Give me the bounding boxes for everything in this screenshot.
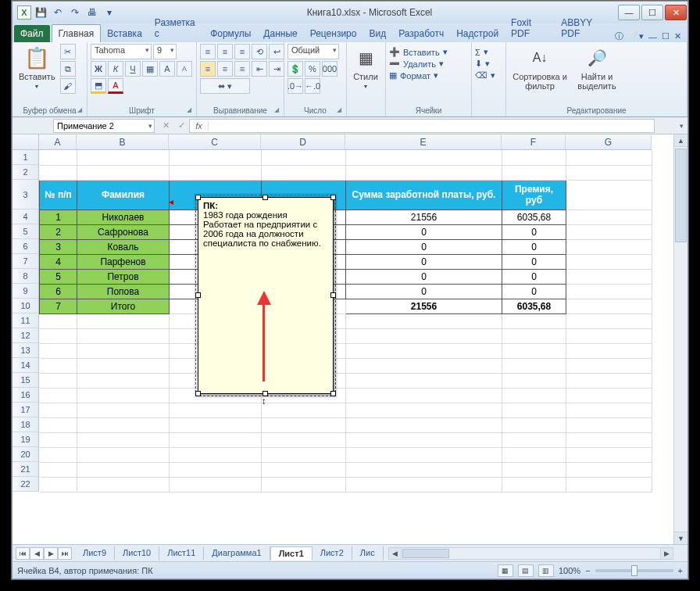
cell[interactable]: Фамилия — [77, 180, 170, 210]
col-header-C[interactable]: C — [169, 134, 261, 149]
cell[interactable] — [566, 180, 652, 210]
row-header-7[interactable]: 7 — [12, 254, 38, 269]
cell[interactable] — [566, 358, 652, 373]
mdi-close-icon[interactable]: ✕ — [674, 31, 681, 41]
cell[interactable]: 1 — [40, 210, 77, 224]
cell[interactable] — [566, 373, 652, 388]
row-header-16[interactable]: 16 — [12, 388, 38, 403]
tab-data[interactable]: Данные — [257, 25, 303, 42]
tab-developer[interactable]: Разработч — [392, 25, 450, 42]
autosum-button[interactable]: Σ▾ — [475, 47, 488, 57]
scroll-down-icon[interactable]: ▼ — [674, 532, 688, 544]
cell[interactable] — [77, 373, 170, 388]
col-header-A[interactable]: A — [39, 134, 77, 149]
cell[interactable] — [566, 388, 652, 403]
cell[interactable] — [262, 150, 346, 165]
cell[interactable] — [502, 388, 566, 403]
dec-decimal-icon[interactable]: ←.0 — [305, 78, 320, 94]
cell[interactable]: 0 — [346, 269, 502, 284]
col-header-E[interactable]: E — [345, 134, 502, 149]
row-header-14[interactable]: 14 — [12, 358, 38, 373]
view-layout-icon[interactable]: ▤ — [518, 564, 534, 577]
cell[interactable] — [566, 224, 652, 239]
align-center-icon[interactable]: ≡ — [217, 61, 233, 77]
cell[interactable] — [346, 432, 502, 447]
resize-handle-icon[interactable]: ↕ — [262, 396, 270, 404]
font-name-combo[interactable]: Tahoma — [91, 44, 152, 59]
cell[interactable] — [40, 313, 77, 328]
cell[interactable] — [170, 417, 262, 432]
cell[interactable] — [502, 373, 566, 388]
cell[interactable] — [77, 432, 170, 447]
qat-save-icon[interactable]: 💾 — [33, 5, 48, 20]
row-header-19[interactable]: 19 — [12, 432, 38, 447]
cell[interactable]: 3 — [40, 239, 77, 254]
row-header-18[interactable]: 18 — [12, 417, 38, 432]
cell[interactable] — [502, 403, 566, 417]
qat-customize-icon[interactable]: ▾ — [102, 5, 117, 20]
font-size-combo[interactable]: 9 — [153, 44, 177, 59]
tab-nav-prev-icon[interactable]: ◀ — [30, 547, 44, 560]
cell[interactable] — [170, 165, 262, 180]
worksheet-grid[interactable]: ABCDEFG 12345678910111213141516171819202… — [12, 134, 688, 544]
find-select-button[interactable]: 🔎 Найти и выделить — [570, 44, 623, 92]
cell[interactable] — [566, 313, 652, 328]
cell[interactable] — [170, 462, 262, 477]
cell[interactable] — [40, 373, 77, 388]
cells-format-button[interactable]: ▦Формат ▾ — [389, 70, 438, 81]
cell[interactable] — [566, 269, 652, 284]
cell[interactable] — [346, 447, 502, 462]
zoom-in-icon[interactable]: + — [678, 566, 683, 575]
row-header-3[interactable]: 3 — [12, 180, 38, 210]
cut-icon[interactable]: ✂ — [60, 44, 76, 59]
scroll-up-icon[interactable]: ▲ — [674, 134, 688, 147]
row-header-20[interactable]: 20 — [12, 447, 38, 462]
cell[interactable]: 0 — [502, 239, 566, 254]
formula-input[interactable]: fx — [189, 119, 655, 133]
cell[interactable] — [346, 477, 502, 492]
cell[interactable] — [40, 388, 77, 403]
cell[interactable] — [566, 447, 652, 462]
mdi-min-icon[interactable]: — — [648, 32, 657, 41]
row-header-1[interactable]: 1 — [12, 150, 38, 165]
cell[interactable]: 4 — [40, 254, 77, 269]
sheet-tab[interactable]: Диаграмма1 — [204, 546, 270, 561]
tab-foxit[interactable]: Foxit PDF — [505, 14, 555, 42]
cell[interactable] — [40, 165, 77, 180]
cell[interactable]: Сумма заработной платы, руб. — [346, 180, 502, 210]
cell[interactable] — [566, 239, 652, 254]
tab-abbyy[interactable]: ABBYY PDF — [555, 14, 615, 42]
cell[interactable] — [40, 328, 77, 343]
fill-color-button[interactable]: ⬒ — [91, 78, 106, 94]
cell[interactable] — [40, 432, 77, 447]
tab-file[interactable]: Файл — [14, 25, 50, 42]
cell[interactable] — [566, 328, 652, 343]
cell[interactable]: № п/п — [40, 180, 77, 210]
cell[interactable]: Сафронова — [77, 224, 170, 239]
maximize-button[interactable]: ☐ — [641, 5, 663, 20]
zoom-level[interactable]: 100% — [559, 566, 580, 575]
cell[interactable]: 21556 — [346, 210, 502, 224]
cell[interactable] — [566, 210, 652, 224]
merge-button[interactable]: ⬌ ▾ — [200, 78, 250, 94]
cell[interactable] — [40, 417, 77, 432]
col-header-B[interactable]: B — [77, 134, 169, 149]
cell[interactable] — [502, 432, 566, 447]
sheet-tab[interactable]: Лист1 — [270, 546, 312, 561]
cell[interactable] — [262, 403, 346, 417]
cell[interactable]: 0 — [502, 284, 566, 299]
cell[interactable] — [566, 254, 652, 269]
cells-delete-button[interactable]: ➖Удалить ▾ — [389, 59, 444, 69]
cell[interactable] — [77, 417, 170, 432]
row-header-12[interactable]: 12 — [12, 328, 38, 343]
cell[interactable] — [170, 432, 262, 447]
cell[interactable] — [502, 462, 566, 477]
cell[interactable] — [502, 343, 566, 358]
qat-print-icon[interactable]: 🖶 — [84, 5, 100, 20]
cell[interactable] — [40, 150, 77, 165]
row-header-22[interactable]: 22 — [12, 477, 38, 492]
row-header-5[interactable]: 5 — [12, 224, 38, 239]
cell[interactable] — [566, 432, 652, 447]
cell[interactable] — [502, 417, 566, 432]
cell[interactable]: 21556 — [346, 299, 502, 313]
